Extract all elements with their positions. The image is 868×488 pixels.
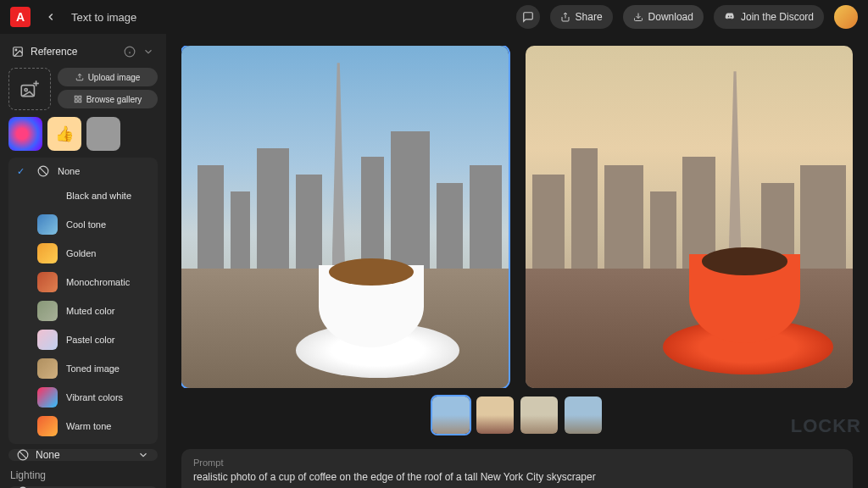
- prompt-text[interactable]: realistic photo of a cup of coffee on th…: [193, 471, 841, 483]
- download-label: Download: [648, 11, 693, 23]
- swatch-muted: [37, 301, 58, 321]
- option-label: Warm tone: [66, 421, 111, 431]
- color-tone-dropdown: ✓ None Black and white Cool tone Golden …: [8, 158, 158, 444]
- option-label: None: [58, 166, 80, 176]
- color-tone-option-none[interactable]: ✓ None: [8, 161, 158, 181]
- lighting-section-label: Lighting: [8, 466, 158, 481]
- option-label: Muted color: [66, 306, 114, 316]
- swatch-cool: [37, 214, 58, 235]
- option-label: Black and white: [66, 191, 131, 201]
- swatch-warm: [37, 416, 58, 436]
- top-bar: A Text to image Share Download Join the …: [0, 0, 868, 34]
- user-avatar[interactable]: [834, 5, 858, 29]
- browse-gallery-label: Browse gallery: [86, 95, 142, 104]
- swatch-bw: [37, 186, 58, 206]
- reference-preset-2[interactable]: 👍: [47, 117, 81, 151]
- discord-button[interactable]: Join the Discord: [714, 5, 824, 29]
- watermark: LOCKR: [791, 415, 861, 437]
- reference-preset-3[interactable]: [86, 117, 120, 151]
- swatch-mono: [37, 272, 58, 292]
- image-plus-icon: [19, 78, 41, 100]
- chevron-down-icon: [137, 449, 149, 461]
- svg-rect-15: [75, 100, 77, 103]
- color-tone-select[interactable]: None: [8, 449, 158, 461]
- settings-sidebar: Reference Upload image Browse gallery: [0, 34, 166, 488]
- reference-icon: [12, 46, 24, 58]
- share-button[interactable]: Share: [550, 5, 613, 29]
- browse-gallery-button[interactable]: Browse gallery: [58, 90, 158, 108]
- app-logo[interactable]: A: [10, 7, 31, 27]
- discord-icon: [724, 12, 736, 22]
- svg-rect-13: [79, 96, 81, 98]
- color-tone-option-pastel[interactable]: Pastel color: [8, 325, 158, 354]
- option-label: Pastel color: [66, 335, 114, 345]
- none-icon: [37, 165, 49, 177]
- option-label: Cool tone: [66, 219, 106, 230]
- svg-point-3: [15, 49, 17, 51]
- discord-label: Join the Discord: [741, 11, 814, 23]
- none-icon: [17, 449, 29, 461]
- generated-image-1[interactable]: [181, 46, 509, 388]
- swatch-pastel: [37, 330, 58, 350]
- color-tone-option-vibrant[interactable]: Vibrant colors: [8, 383, 158, 412]
- color-tone-option-warm[interactable]: Warm tone: [8, 412, 158, 441]
- swatch-vibrant: [37, 387, 58, 408]
- reference-upload-dropzone[interactable]: [8, 68, 51, 110]
- upload-icon: [75, 73, 84, 81]
- reference-preset-1[interactable]: [8, 117, 42, 151]
- download-icon: [633, 12, 643, 22]
- prompt-bar[interactable]: Prompt realistic photo of a cup of coffe…: [181, 449, 853, 488]
- color-tone-option-muted[interactable]: Muted color: [8, 297, 158, 325]
- info-icon[interactable]: [124, 46, 136, 58]
- upload-image-label: Upload image: [88, 73, 141, 82]
- feedback-button[interactable]: [516, 5, 540, 29]
- color-tone-selected-label: None: [36, 449, 60, 461]
- back-button[interactable]: [41, 7, 61, 27]
- svg-rect-14: [79, 100, 81, 103]
- gallery-icon: [74, 95, 82, 103]
- page-title: Text to image: [71, 11, 136, 24]
- upload-image-button[interactable]: Upload image: [58, 68, 158, 86]
- color-tone-option-mono[interactable]: Monochromatic: [8, 268, 158, 297]
- reference-section-header[interactable]: Reference: [8, 41, 158, 63]
- canvas-area: Prompt realistic photo of a cup of coffe…: [166, 34, 868, 488]
- option-label: Golden: [66, 248, 96, 258]
- chat-icon: [522, 11, 534, 23]
- svg-rect-12: [75, 96, 77, 98]
- swatch-golden: [37, 243, 58, 263]
- option-label: Vibrant colors: [66, 392, 123, 402]
- reference-presets: 👍: [8, 117, 158, 151]
- color-tone-option-toned[interactable]: Toned image: [8, 354, 158, 383]
- color-tone-option-golden[interactable]: Golden: [8, 239, 158, 268]
- option-label: Monochromatic: [66, 277, 130, 287]
- share-icon: [560, 12, 570, 22]
- variation-thumb-2[interactable]: [476, 396, 514, 434]
- download-button[interactable]: Download: [623, 5, 704, 29]
- variation-thumb-3[interactable]: [520, 396, 558, 434]
- color-tone-option-bw[interactable]: Black and white: [8, 181, 158, 210]
- generated-image-2[interactable]: [526, 46, 853, 388]
- swatch-toned: [37, 358, 58, 379]
- reference-label: Reference: [31, 46, 77, 58]
- svg-line-17: [40, 168, 47, 175]
- share-label: Share: [576, 11, 603, 23]
- chevron-down-icon[interactable]: [142, 46, 154, 58]
- chevron-left-icon: [45, 11, 57, 23]
- variation-thumb-1[interactable]: [432, 396, 470, 434]
- prompt-label: Prompt: [193, 458, 841, 468]
- svg-point-8: [25, 88, 27, 91]
- color-tone-option-cool[interactable]: Cool tone: [8, 210, 158, 239]
- svg-line-19: [19, 452, 26, 458]
- option-label: Toned image: [66, 363, 120, 374]
- variation-thumb-4[interactable]: [565, 396, 602, 434]
- variation-thumbnails: [181, 396, 853, 441]
